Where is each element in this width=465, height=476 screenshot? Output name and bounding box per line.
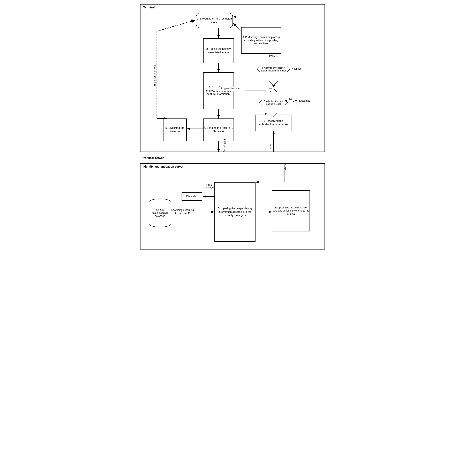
node-8-notpass-label: Not pass xyxy=(290,67,303,71)
wireless-section: Wireless network xyxy=(140,152,325,163)
node-8-pass-label: Pass xyxy=(268,54,276,58)
search-label: Searching according to the user ID xyxy=(170,206,195,218)
terminal-box: Terminal xyxy=(140,4,325,152)
wireless-label: Wireless network xyxy=(142,156,167,159)
node-9: 9. Performing a switch-on process accord… xyxy=(241,27,281,54)
node-7-discard: Discarded xyxy=(296,97,313,105)
node-7-yes-label: Yes xyxy=(267,87,274,91)
svg-line-18 xyxy=(157,20,196,31)
node-3: 3. Extracting and encrypting the image f… xyxy=(203,72,234,109)
timer-label: The timer times out xyxy=(153,65,156,86)
node-1: 1. Switching on in a restricted mode xyxy=(196,13,233,28)
server-pidp-label: PIDP xyxy=(284,164,286,170)
diagram-wrapper: Terminal xyxy=(140,4,325,250)
illegal-label: Illegal package xyxy=(203,180,215,192)
node-7-no-label: No xyxy=(287,97,295,101)
server-box: Identity authentication server Discar xyxy=(140,163,325,250)
stopping-label: Stopping the timer xyxy=(214,87,246,91)
identity-db: Identity authentication database xyxy=(149,199,171,227)
server-label: Identity authentication server xyxy=(143,165,184,168)
terminal-label: Terminal xyxy=(143,6,156,9)
compare-box: Comparing the image identity information… xyxy=(214,182,255,242)
node-7-diamond xyxy=(259,88,288,117)
pdp-label: PIDP xyxy=(269,144,272,149)
wireless-line xyxy=(140,158,325,158)
server-discard: Discarded xyxy=(181,192,202,201)
pidp-label: PIDP package xyxy=(223,139,226,154)
encap-box: encapsulating the authorization data and… xyxy=(272,190,310,232)
node-5: 5. Switching the timer on xyxy=(163,118,187,141)
node-2: 2. Taking the identity associated image xyxy=(203,38,234,63)
node-4: 4. Sending the Picture ID Package xyxy=(203,118,234,141)
